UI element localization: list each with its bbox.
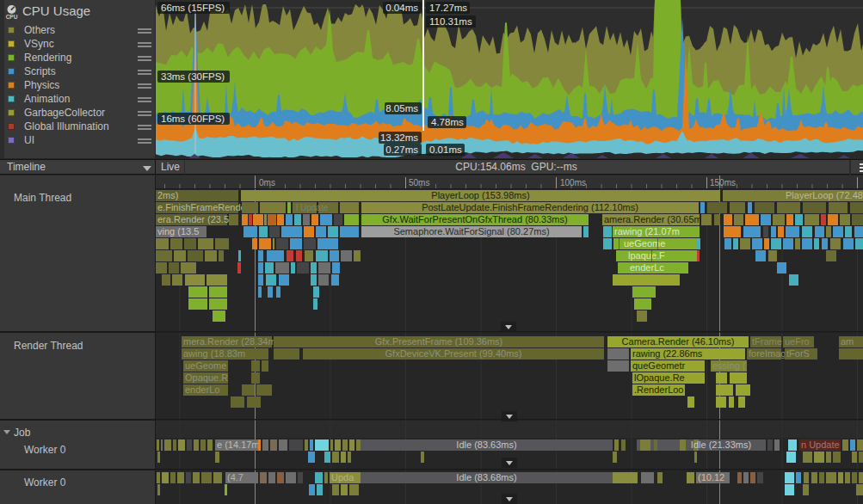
- svg-text:Upda: Upda: [331, 472, 354, 482]
- svg-text:0ms: 0ms: [259, 178, 275, 187]
- svg-text:PlayerLoop (72.48: PlayerLoop (72.48: [786, 190, 863, 200]
- svg-text:foreImag: foreImag: [749, 348, 786, 359]
- svg-text:ving (13.5: ving (13.5: [157, 226, 199, 237]
- svg-text:PostLateUpdate.FinishFrameRend: PostLateUpdate.FinishFrameRendering (112…: [422, 202, 638, 212]
- svg-text:essing (: essing (: [712, 360, 746, 371]
- svg-text:queGeometr: queGeometr: [632, 360, 685, 371]
- svg-text:tFrame: tFrame: [752, 336, 782, 347]
- svg-text:Idle (21.33ms): Idle (21.33ms): [691, 439, 751, 450]
- svg-text:4.78ms: 4.78ms: [431, 117, 464, 127]
- svg-text:2ms): 2ms): [157, 190, 178, 200]
- svg-text:n Update: n Update: [801, 439, 840, 450]
- svg-text:rawing (21.07m: rawing (21.07m: [614, 226, 680, 237]
- svg-text:ueGeome: ueGeome: [185, 360, 226, 371]
- svg-text:0.01ms: 0.01ms: [429, 144, 462, 155]
- svg-text:l Update: l Update: [296, 203, 329, 212]
- svg-text:66ms (15FPS): 66ms (15FPS): [161, 3, 225, 13]
- svg-text:0.27ms: 0.27ms: [385, 144, 418, 155]
- svg-text:Gfx.PresentFrame (109.36ms): Gfx.PresentFrame (109.36ms): [375, 336, 503, 347]
- svg-text:enderLc: enderLc: [630, 262, 664, 273]
- svg-text:Gfx.WaitForPresentOnGfxThread: Gfx.WaitForPresentOnGfxThread (80.33ms): [382, 214, 567, 224]
- svg-text:17.27ms: 17.27ms: [429, 3, 467, 13]
- svg-text:era.Render (23.5: era.Render (23.5: [157, 214, 229, 224]
- svg-text:8.05ms: 8.05ms: [385, 103, 418, 114]
- svg-text:e (14.17m: e (14.17m: [217, 439, 260, 450]
- svg-text:(4.7: (4.7: [227, 472, 243, 482]
- svg-text:110.31ms: 110.31ms: [429, 16, 472, 27]
- svg-text:am: am: [841, 336, 854, 347]
- svg-text:0.04ms: 0.04ms: [385, 3, 418, 13]
- svg-text:Camera.Render (46.10ms): Camera.Render (46.10ms): [622, 336, 735, 347]
- svg-text:enderLo: enderLo: [185, 384, 219, 395]
- svg-text:GfxDeviceVK.Present (99.40ms): GfxDeviceVK.Present (99.40ms): [385, 348, 522, 359]
- svg-text:50ms: 50ms: [409, 178, 429, 187]
- svg-text:CPU: CPU: [6, 14, 18, 20]
- svg-text:Semaphore.WaitForSignal (80.27: Semaphore.WaitForSignal (80.27ms): [393, 226, 549, 237]
- svg-text:Idle (83.63ms): Idle (83.63ms): [456, 439, 516, 450]
- svg-text:ueFro: ueFro: [785, 336, 810, 347]
- svg-text:lpaque.F: lpaque.F: [628, 250, 665, 261]
- svg-text:13.32ms: 13.32ms: [380, 132, 418, 143]
- svg-text:amera.Render (30.65m: amera.Render (30.65m: [604, 214, 702, 224]
- svg-text:tForS: tForS: [786, 348, 810, 359]
- svg-text:Opaque.R: Opaque.R: [185, 372, 228, 383]
- svg-text:33ms (30FPS): 33ms (30FPS): [161, 71, 225, 82]
- svg-text:lOpaque.Re: lOpaque.Re: [634, 372, 685, 383]
- svg-text:PlayerLoop (153.98ms): PlayerLoop (153.98ms): [431, 190, 529, 200]
- svg-text:16ms (60FPS): 16ms (60FPS): [161, 114, 225, 124]
- svg-text:150ms: 150ms: [710, 178, 736, 187]
- svg-text:rawing (22.86ms: rawing (22.86ms: [632, 348, 703, 359]
- svg-text:awing (18.83m: awing (18.83m: [183, 348, 245, 359]
- svg-text:e.FinishFrameRende: e.FinishFrameRende: [157, 202, 246, 212]
- svg-text:(10.12: (10.12: [698, 472, 724, 482]
- svg-text:100ms: 100ms: [560, 178, 586, 187]
- svg-text:.RenderLoo: .RenderLoo: [634, 384, 684, 395]
- svg-text:Idle (83.68ms): Idle (83.68ms): [456, 472, 516, 482]
- svg-text:ueGeome: ueGeome: [624, 238, 665, 249]
- svg-text:mera.Render (28.34m: mera.Render (28.34m: [183, 336, 276, 347]
